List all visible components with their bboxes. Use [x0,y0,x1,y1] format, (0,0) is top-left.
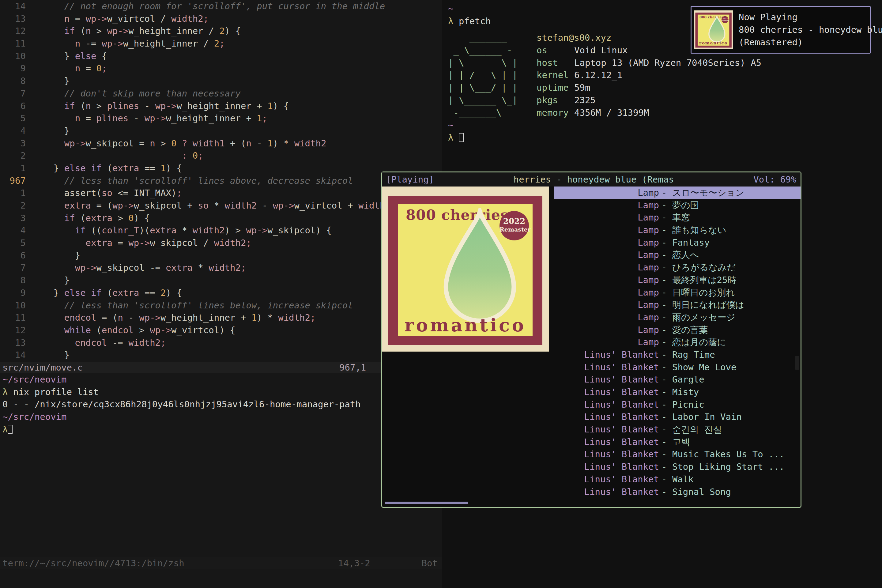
notification-remastered: (Remastered) [739,36,882,49]
volume-indicator: Vol: 69% [753,172,801,186]
code-line[interactable]: 3 wp->w_skipcol = n > 0 ? width1 + (n - … [0,137,442,150]
code-line[interactable]: 12 while (endcol > wp->w_virtcol) { [0,324,442,337]
track-artist: Linus' Blanket [382,361,659,374]
code-line[interactable]: 11 endcol = (n - wp->w_height_inner + 1)… [0,312,442,324]
line-number: 14 [0,0,26,12]
music-player-window[interactable]: [Playing] herries - honeydew blue (Remas… [381,171,801,508]
line-number: 11 [0,38,26,50]
fetch-row-memory: memory4356M / 31399M [537,106,761,119]
track-title: - Misty [662,386,801,398]
code-line[interactable]: 7 wp->w_skipcol -= extra * width2; [0,261,442,274]
track-title: - Picnic [662,398,801,411]
code-area[interactable]: 14 // not enough room for 'scrolloff', p… [0,0,442,362]
album-art-large: 800 cherries2022Remasterromantico [382,186,549,352]
code-line[interactable]: 10 } else { [0,50,442,63]
code-line[interactable]: 1 assert(so <= INT_MAX); [0,187,442,200]
code-line[interactable]: 5 extra = wp->w_skipcol / width2; [0,237,442,249]
track-artist: Linus' Blanket [382,411,659,423]
code-line[interactable]: 8 } [0,274,442,286]
playlist-row[interactable]: Linus' Blanket- Labor In Vain [382,411,801,423]
code-line[interactable]: 10 // less than 'scrolloff' lines below,… [0,299,442,312]
line-number: 4 [0,224,26,237]
line-number: 10 [0,50,26,63]
track-title: - Stop Liking Start ... [662,460,801,473]
code-line[interactable]: 6 } [0,249,442,262]
line-number: 11 [0,312,26,324]
code-line[interactable]: 5 n = plines - wp->w_height_inner + 1; [0,112,442,124]
code-line[interactable]: 967 // less than 'scrolloff' lines above… [0,175,442,187]
fetch-row-host: hostLaptop 13 (AMD Ryzen 7040Series) A5 [537,57,761,69]
code-line[interactable]: 13 endcol -= width2; [0,337,442,349]
track-title: - 恋は月の蔭に [662,336,801,348]
line-number: 8 [0,75,26,87]
code-line[interactable]: 3 if (extra > 0) { [0,212,442,225]
text-line: λ [448,131,882,144]
track-title: - Gargle [662,374,801,386]
player-header: [Playing] herries - honeydew blue (Remas… [382,172,801,186]
playlist-row[interactable]: Linus' Blanket- Gargle [382,374,801,386]
line-number: 2 [0,200,26,212]
code-line[interactable]: 13 n = wp->w_virtcol / width2; [0,12,442,25]
code-line[interactable]: 4 if ((colnr_T)(extra * width2) > wp->w_… [0,224,442,237]
line-number: 967 [0,175,26,187]
code-line[interactable]: 7 // don't skip more than necessary [0,87,442,100]
playlist-row[interactable]: Linus' Blanket- Show Me Love [382,361,801,374]
notification-text: Now Playing 800 cherries - honeydew blue… [739,11,882,49]
code-line[interactable]: 12 if (n > wp->w_height_inner / 2) { [0,25,442,38]
playlist-row[interactable]: Linus' Blanket- Signal Song [382,486,801,498]
code-line[interactable]: 14 // not enough room for 'scrolloff', p… [0,0,442,12]
shell-prompt[interactable]: ~λ [448,119,882,144]
line-number: 6 [0,249,26,262]
playlist-row[interactable]: Linus' Blanket- Music Takes Us To ... [382,448,801,460]
track-title: - Rag Time [662,348,801,361]
title-artist: herries [514,174,556,184]
line-number: 1 [0,162,26,175]
track-artist: Linus' Blanket [382,486,659,498]
line-number: 9 [0,62,26,75]
playlist-row[interactable]: Linus' Blanket- 고백 [382,436,801,448]
album-cover-face: 800 cherries2022Remasterromantico [698,15,729,46]
line-number: 12 [0,324,26,337]
code-line[interactable]: 9 n = 0; [0,62,442,75]
playlist-row[interactable]: Linus' Blanket- 순간의 진실 [382,423,801,436]
now-playing-notification[interactable]: 800 cherries2022Remasterromantico Now Pl… [691,6,871,54]
line-number: 3 [0,212,26,225]
album-art-thumbnail: 800 cherries2022Remasterromantico [694,10,733,49]
playlist-row[interactable]: Linus' Blanket- Walk [382,473,801,486]
code-line[interactable]: 4 } [0,124,442,137]
code-line[interactable]: 2 extra = (wp->w_skipcol + so * width2 -… [0,200,442,212]
remaster-badge: 2022Remaster [722,16,729,23]
line-number: 14 [0,349,26,362]
text-line: ~/src/neovim [3,411,437,423]
code-line[interactable]: 14 } [0,349,442,362]
cursor [8,425,12,434]
playlist-scrollbar[interactable] [795,356,800,370]
playlist-row[interactable]: Linus' Blanket- Misty [382,386,801,398]
line-number: 6 [0,100,26,112]
track-title: - 愛の言葉 [662,324,801,336]
album-title-text: romantico [698,40,729,45]
title-song: - honeydew blue (Remas [556,174,674,184]
track-title: - 最終列車は25時 [662,274,801,286]
code-line[interactable]: 9 } else if (extra == 2) { [0,286,442,299]
nvim-pane[interactable]: 14 // not enough room for 'scrolloff', p… [0,0,442,588]
code-line[interactable]: 8 } [0,75,442,87]
line-number: 4 [0,124,26,137]
line-number: 12 [0,25,26,38]
playlist-row[interactable]: Linus' Blanket- Stop Liking Start ... [382,460,801,473]
track-artist: Linus' Blanket [382,374,659,386]
track-title: - 夢の国 [662,199,801,212]
line-number: 9 [0,286,26,299]
track-title: - 車窓 [662,212,801,224]
terminal-buffer[interactable]: ~/src/neovimλ nix profile list0 - - /nix… [3,374,437,435]
code-line[interactable]: 6 if (n > plines - wp->w_height_inner + … [0,100,442,112]
fetch-row-pkgs: pkgs2325 [537,94,761,106]
cursor [459,133,464,142]
playlist-row[interactable]: Linus' Blanket- Picnic [382,398,801,411]
code-line[interactable]: 11 n -= wp->w_height_inner / 2; [0,38,442,50]
progress-bar[interactable] [385,502,468,504]
track-title: - Fantasy [662,236,801,249]
code-line[interactable]: 1 } else if (extra == 1) { [0,162,442,175]
notification-track: 800 cherries - honeydew blue [739,24,882,36]
code-line[interactable]: 2 : 0; [0,150,442,162]
